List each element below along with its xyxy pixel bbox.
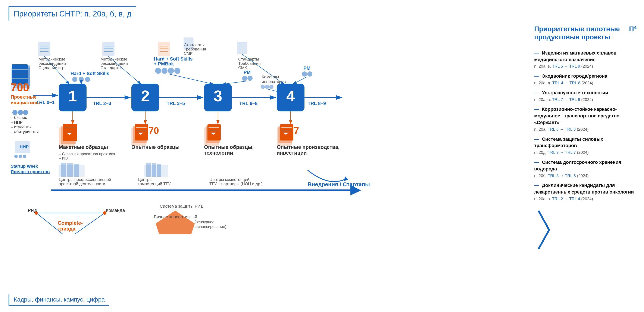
- svg-text:СМК: СМК: [238, 66, 247, 70]
- svg-text:TRL 2–3: TRL 2–3: [93, 101, 111, 106]
- svg-text:– бизнес: – бизнес: [11, 115, 27, 120]
- trl-5: п. 20д. TRL 3 → TRL 7 (2024): [534, 150, 589, 155]
- svg-point-73: [162, 68, 168, 74]
- svg-point-91: [302, 71, 307, 77]
- svg-text:70: 70: [148, 125, 159, 136]
- svg-text:3: 3: [214, 88, 222, 105]
- svg-point-63: [79, 77, 84, 82]
- title-6: Система долгосрочного хранения водорода: [534, 160, 621, 171]
- priority-item-7: — Доклинические кандидаты для лекарствен…: [534, 182, 637, 202]
- svg-line-84: [222, 81, 247, 84]
- trl-6: п. 20б. TRL 3 → TRL 6 (2024): [534, 173, 589, 178]
- dash-4: —: [534, 107, 539, 112]
- svg-rect-79: [184, 38, 193, 49]
- trl-1: п. 20а, в. TRL 5 → TRL 9 (2024): [534, 64, 593, 69]
- svg-text:1: 1: [68, 88, 77, 105]
- dash-3: —: [534, 90, 539, 95]
- svg-text:(венчурное: (венчурное: [194, 220, 214, 224]
- priority-item-6: — Система долгосрочного хранения водород…: [534, 159, 637, 179]
- svg-text:финансирование): финансирование): [194, 224, 226, 229]
- svg-text:Startup Week: Startup Week: [11, 164, 38, 168]
- svg-text:СМК: СМК: [184, 51, 192, 56]
- footer-label: Кадры, финансы, кампус, цифра: [8, 294, 109, 305]
- page-container: Приоритеты СНТР: п. 20а, б, в, д: [0, 0, 644, 312]
- svg-text:Команда: Команда: [106, 208, 125, 213]
- svg-text:Бизнес-консалтинг: Бизнес-консалтинг: [154, 214, 191, 219]
- svg-text:– абитуриенты: – абитуриенты: [11, 129, 39, 134]
- svg-text:Hard + Soft Skills: Hard + Soft Skills: [154, 56, 193, 62]
- big-arrow-right: [534, 208, 637, 252]
- svg-text:Complete-: Complete-: [58, 220, 83, 226]
- svg-text:ТГУ + партнеры (НОЦ и др.): ТГУ + партнеры (НОЦ и др.): [210, 182, 262, 186]
- svg-text:7: 7: [294, 125, 299, 136]
- svg-text:– НПР: – НПР: [11, 120, 23, 124]
- title-7: Доклинические кандидаты для лекарственны…: [534, 183, 634, 195]
- svg-point-75: [174, 68, 180, 74]
- svg-text:проектной деятельности: проектной деятельности: [59, 182, 105, 186]
- svg-text:Проектные: Проектные: [11, 94, 36, 100]
- svg-point-98: [269, 85, 274, 89]
- svg-text:РИД: РИД: [28, 208, 38, 213]
- title-4: Коррозионно-стойкое каркасно-модульное т…: [534, 107, 620, 125]
- svg-point-13: [12, 110, 18, 115]
- trl-4: п. 20а. TRL 5 → TRL 8 (2024): [534, 127, 589, 132]
- priority-item-4: — Коррозионно-стойкое каркасно-модульное…: [534, 106, 637, 132]
- svg-text:инвестиции: инвестиции: [277, 150, 307, 156]
- svg-rect-121: [208, 124, 221, 141]
- svg-rect-139: [61, 163, 66, 177]
- header-title: Приоритеты СНТР: п. 20а, б, в, д: [8, 7, 136, 21]
- svg-text:компетенций ТГУ: компетенций ТГУ: [138, 182, 171, 186]
- svg-text:инициативы: инициативы: [11, 100, 40, 105]
- svg-rect-147: [157, 164, 161, 177]
- svg-text:Опытные образцы,: Опытные образцы,: [204, 144, 254, 150]
- svg-text:Опытные образцы: Опытные образцы: [132, 144, 180, 150]
- right-panel-title: Приоритетные пилотные продуктовые проект…: [534, 25, 627, 41]
- svg-rect-130: [280, 124, 293, 141]
- dash-6: —: [534, 160, 539, 165]
- svg-point-23: [18, 155, 22, 158]
- svg-text:технологии: технологии: [204, 150, 233, 156]
- svg-text:Hard + Soft Skills: Hard + Soft Skills: [70, 71, 110, 76]
- svg-point-24: [23, 155, 26, 158]
- title-2: Экодвойник города/региона: [542, 73, 607, 79]
- main-area: 700 Проектные инициативы – бизнес – НПР …: [8, 25, 636, 252]
- dash-5: —: [534, 136, 539, 142]
- svg-text:+ PMBok: + PMBok: [154, 61, 174, 67]
- svg-text:Методические: Методические: [100, 57, 127, 61]
- svg-point-83: [248, 76, 252, 81]
- svg-marker-152: [344, 176, 348, 181]
- svg-point-22: [14, 155, 18, 158]
- svg-text:4: 4: [286, 88, 295, 105]
- svg-rect-146: [152, 163, 156, 177]
- svg-text:– Сквозная проектная практика: – Сквозная проектная практика: [59, 152, 115, 156]
- svg-line-93: [293, 77, 307, 84]
- svg-point-74: [168, 68, 174, 74]
- svg-text:НИР: НИР: [20, 145, 29, 149]
- svg-point-82: [242, 76, 247, 81]
- svg-text:PM: PM: [244, 70, 251, 75]
- svg-text:Методические: Методические: [38, 57, 66, 61]
- svg-point-64: [85, 77, 90, 82]
- svg-text:₽: ₽: [194, 214, 197, 219]
- svg-text:Система защиты РИД: Система защиты РИД: [160, 204, 204, 208]
- svg-rect-112: [135, 124, 148, 141]
- svg-rect-102: [63, 124, 77, 141]
- svg-point-92: [307, 71, 312, 77]
- svg-point-97: [265, 85, 269, 89]
- svg-text:2: 2: [141, 88, 150, 105]
- svg-rect-140: [67, 163, 73, 177]
- svg-rect-153: [51, 189, 350, 191]
- priority-item-1: — Изделия из магниевых сплавов медицинск…: [534, 50, 637, 70]
- svg-line-80: [169, 74, 214, 84]
- svg-text:TRL 3–5: TRL 3–5: [167, 101, 185, 106]
- svg-point-14: [18, 110, 23, 115]
- svg-rect-145: [146, 163, 151, 177]
- svg-text:TRL 6–8: TRL 6–8: [239, 101, 258, 106]
- svg-text:Внедрения / Стартапы: Внедрения / Стартапы: [308, 181, 370, 188]
- dash-7: —: [534, 183, 539, 188]
- dash-2: —: [534, 73, 539, 79]
- title-5: Система защиты силовых трансформаторов: [534, 136, 603, 148]
- svg-text:PM: PM: [304, 66, 310, 71]
- svg-text:Макетные образцы: Макетные образцы: [59, 144, 108, 150]
- trl-3: п. 20а, в. TRL 7 → TRL 8 (2024): [534, 97, 593, 102]
